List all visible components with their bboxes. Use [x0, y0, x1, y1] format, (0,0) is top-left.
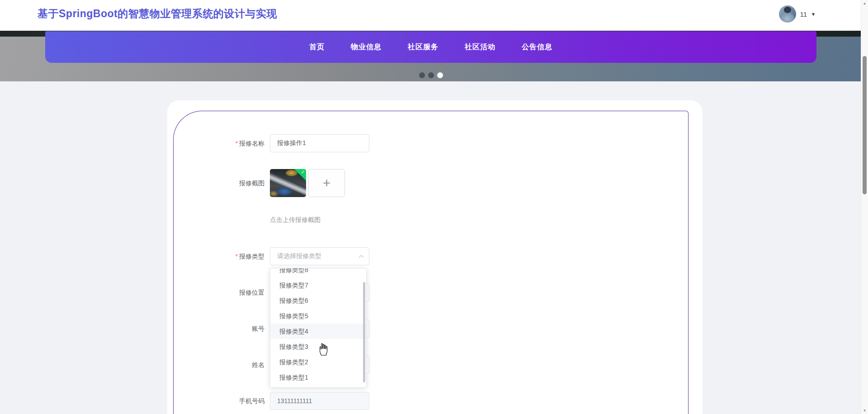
option-repair-type-7[interactable]: 报修类型7	[270, 278, 366, 293]
repair-screenshot-thumbnail[interactable]: ✓	[270, 169, 306, 197]
nav-item-property-info[interactable]: 物业信息	[351, 42, 382, 52]
chevron-up-icon	[359, 255, 363, 260]
scrollbar-up-icon[interactable]: ▲	[861, 1, 868, 5]
option-repair-type-5[interactable]: 报修类型5	[270, 308, 366, 324]
check-icon: ✓	[301, 169, 305, 175]
app-header: 基于SpringBoot的智慧物业管理系统的设计与实现 11 ▼	[0, 0, 868, 31]
upload-add-button[interactable]: +	[308, 169, 345, 197]
page-title: 基于SpringBoot的智慧物业管理系统的设计与实现	[38, 0, 277, 27]
required-asterisk: *	[236, 253, 238, 260]
user-menu[interactable]: 11 ▼	[779, 5, 816, 23]
option-repair-type-6[interactable]: 报修类型6	[270, 293, 366, 308]
nav-item-community-activity[interactable]: 社区活动	[465, 42, 495, 52]
repair-name-label: *报修名称	[196, 134, 270, 152]
dropdown-scrollbar-thumb[interactable]	[363, 282, 365, 382]
option-repair-type-3[interactable]: 报修类型3	[270, 339, 366, 354]
repair-name-input[interactable]	[270, 134, 369, 152]
nav-item-announcements[interactable]: 公告信息	[522, 42, 552, 52]
plus-icon: +	[323, 175, 331, 191]
nav-item-home[interactable]: 首页	[309, 42, 325, 52]
carousel-dot-1[interactable]	[419, 72, 425, 78]
phone-input	[270, 392, 369, 410]
realname-label: 姓名	[196, 356, 270, 374]
repair-type-dropdown: 报修类型8 报修类型7 报修类型6 报修类型5 报修类型4 报修类型3 报修类型…	[270, 268, 367, 388]
required-asterisk: *	[236, 140, 238, 147]
page-scrollbar-thumb[interactable]	[863, 56, 867, 194]
carousel-dot-2[interactable]	[428, 72, 434, 78]
phone-label: 手机号码	[196, 392, 270, 410]
caret-down-icon[interactable]: ▼	[811, 12, 816, 17]
option-repair-type-8[interactable]: 报修类型8	[270, 268, 366, 278]
main-navbar: 首页 物业信息 社区服务 社区活动 公告信息	[45, 31, 816, 63]
scrollbar-down-icon[interactable]: ▼	[861, 409, 868, 413]
upload-hint-text: 点击上传报修截图	[270, 216, 321, 224]
repair-type-option-list: 报修类型8 报修类型7 报修类型6 报修类型5 报修类型4 报修类型3 报修类型…	[270, 268, 366, 385]
account-label: 账号	[196, 320, 270, 338]
repair-screenshot-label: 报修截图	[196, 169, 270, 197]
carousel-dots	[419, 72, 443, 78]
page-scrollbar[interactable]: ▲ ▼	[861, 0, 868, 414]
username-label: 11	[800, 10, 807, 18]
avatar[interactable]	[779, 5, 796, 23]
option-repair-type-2[interactable]: 报修类型2	[270, 354, 366, 370]
repair-type-label: *报修类型	[196, 247, 270, 265]
repair-type-select[interactable]: 请选择报修类型	[270, 247, 369, 265]
repair-type-placeholder: 请选择报修类型	[277, 252, 321, 260]
page: 基于SpringBoot的智慧物业管理系统的设计与实现 11 ▼ 首页 物业信息…	[0, 0, 868, 414]
nav-item-community-service[interactable]: 社区服务	[408, 42, 439, 52]
carousel-dot-3-active[interactable]	[437, 72, 443, 78]
option-repair-type-1[interactable]: 报修类型1	[270, 370, 366, 385]
option-repair-type-4[interactable]: 报修类型4	[270, 324, 366, 339]
repair-location-label: 报修位置	[196, 283, 270, 301]
